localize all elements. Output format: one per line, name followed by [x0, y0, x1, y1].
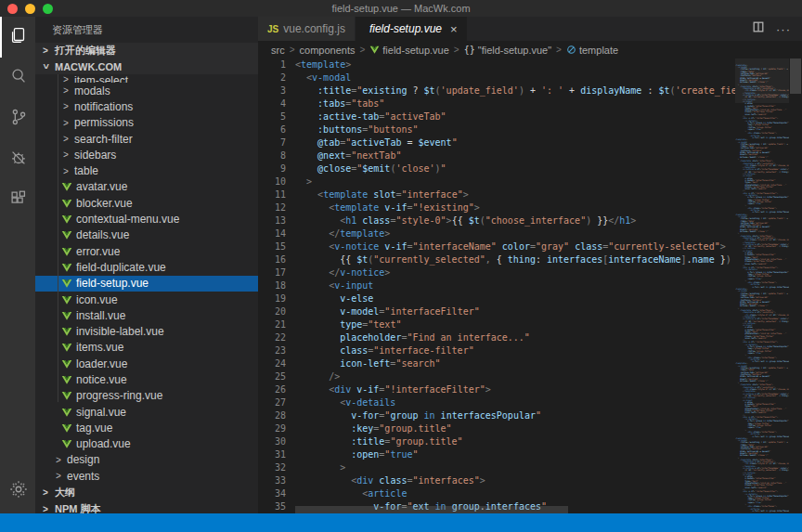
files-icon — [8, 25, 29, 49]
tab-vue.config.js[interactable]: JSvue.config.js — [258, 17, 356, 41]
tree-folder-notifications[interactable]: >notifications — [35, 98, 258, 114]
code-editor[interactable]: 1234567891011121314151617181920212223242… — [258, 58, 735, 513]
tree-file-progress-ring.vue[interactable]: progress-ring.vue — [35, 388, 258, 404]
vue-icon — [61, 342, 72, 353]
tree-folder-sidebars[interactable]: >sidebars — [35, 147, 258, 162]
horizontal-scrollbar-thumb[interactable] — [295, 506, 568, 513]
tree-file-tag.vue[interactable]: tag.vue — [35, 420, 258, 435]
tree-file-field-setup.vue[interactable]: field-setup.vue — [35, 276, 258, 292]
tree-file-field-duplicate.vue[interactable]: field-duplicate.vue — [35, 259, 258, 275]
tree-item-label: design — [67, 453, 99, 466]
tree-item-label: events — [67, 470, 99, 483]
tree-folder-item-select[interactable]: >item-select — [35, 74, 258, 83]
open-editors-section[interactable]: > 打开的编辑器 — [35, 43, 258, 58]
chevron-right-icon: > — [61, 134, 71, 144]
code-line-32: > — [295, 461, 735, 474]
tree-item-label: avatar.vue — [76, 180, 127, 193]
activity-extensions-icon[interactable] — [0, 180, 35, 221]
tree-item-label: blocker.vue — [76, 197, 133, 210]
vue-icon — [61, 407, 72, 418]
vue-icon — [369, 45, 380, 55]
chevron-right-icon: > — [39, 487, 52, 498]
vertical-scrollbar[interactable] — [789, 58, 802, 513]
code-line-21: type="text" — [295, 318, 735, 331]
section-大纲[interactable]: >大纲 — [35, 484, 258, 500]
activity-files-icon[interactable] — [0, 17, 35, 58]
code-line-31: :open="true" — [295, 448, 735, 461]
breadcrumb-label: src — [271, 45, 285, 56]
js-icon: JS — [267, 24, 278, 34]
code-line-14: </template> — [295, 227, 735, 240]
project-root-section[interactable]: > MACWK.COM — [35, 58, 258, 74]
editor-body: 1234567891011121314151617181920212223242… — [258, 58, 802, 513]
tree-item-label: item-select — [74, 74, 128, 83]
tree-folder-permissions[interactable]: >permissions — [35, 115, 258, 131]
chevron-right-icon: > — [54, 471, 63, 481]
code-line-22: placeholder="Find an interface..." — [295, 331, 735, 344]
split-editor-icon[interactable] — [752, 20, 765, 37]
tree-item-label: items.vue — [76, 341, 123, 354]
code-line-33: <div class="interfaces"> — [295, 474, 735, 487]
tree-file-items.vue[interactable]: items.vue — [35, 340, 258, 356]
tree-file-contextual-menu.vue[interactable]: contextual-menu.vue — [35, 211, 258, 227]
code-line-17: </v-notice> — [295, 266, 735, 279]
section-NPM 脚本[interactable]: >NPM 脚本 — [35, 500, 258, 513]
tree-file-install.vue[interactable]: install.vue — [35, 307, 258, 323]
tree-folder-search-filter[interactable]: >search-filter — [35, 131, 258, 147]
code-line-7: @tab="activeTab = $event" — [295, 136, 735, 149]
code-line-12: <template v-if="!existing"> — [295, 201, 735, 214]
tree-file-icon.vue[interactable]: icon.vue — [35, 292, 258, 307]
tree-file-blocker.vue[interactable]: blocker.vue — [35, 195, 258, 211]
tab-field-setup.vue[interactable]: field-setup.vue× — [356, 17, 468, 41]
breadcrumb-item-5[interactable]: template — [566, 45, 618, 56]
vertical-scrollbar-thumb[interactable] — [790, 58, 801, 94]
activity-debug-icon[interactable] — [0, 139, 35, 180]
tree-folder-events[interactable]: >events — [35, 468, 258, 484]
tree-folder-modals[interactable]: >modals — [35, 83, 258, 98]
ellipsis-icon[interactable]: ··· — [776, 22, 791, 36]
breadcrumb-item-4[interactable]: {}"field-setup.vue" — [464, 45, 551, 56]
tree-file-error.vue[interactable]: error.vue — [35, 243, 258, 259]
code-line-9: @close="$emit('close')" — [295, 162, 735, 175]
tree-item-label: loader.vue — [76, 357, 127, 370]
chevron-right-icon: > — [61, 74, 71, 83]
tree-item-label: tag.vue — [76, 422, 112, 435]
tree-file-loader.vue[interactable]: loader.vue — [35, 356, 258, 371]
horizontal-scrollbar[interactable] — [295, 506, 735, 513]
vue-icon — [61, 214, 72, 225]
tree-file-upload.vue[interactable]: upload.vue — [35, 436, 258, 452]
tree-folder-table[interactable]: >table — [35, 162, 258, 178]
debug-icon — [8, 148, 29, 172]
vue-icon — [61, 278, 72, 289]
tree-file-avatar.vue[interactable]: avatar.vue — [35, 179, 258, 195]
chevron-down-icon: > — [41, 60, 51, 73]
code-line-28: v-for="group in interfacesPopular" — [295, 409, 735, 422]
tree-item-label: search-filter — [74, 133, 133, 146]
code-line-18: <v-input — [295, 279, 735, 292]
minimap[interactable]: <template> <v-modal :title="existing ? $… — [735, 58, 789, 513]
tree-item-label: progress-ring.vue — [76, 389, 162, 402]
vue-icon — [61, 181, 72, 192]
tree-file-details.vue[interactable]: details.vue — [35, 227, 258, 243]
activity-source-control-icon[interactable] — [0, 98, 35, 139]
activity-search-icon[interactable] — [0, 58, 35, 98]
breadcrumb-item-2[interactable]: components — [300, 45, 356, 56]
breadcrumb-item-3[interactable]: field-setup.vue — [369, 45, 449, 56]
breadcrumb-item-1[interactable]: src — [271, 45, 285, 56]
tree-item-label: contextual-menu.vue — [76, 213, 179, 226]
close-tab-icon[interactable]: × — [450, 22, 458, 36]
gear-icon — [8, 479, 29, 503]
tree-file-notice.vue[interactable]: notice.vue — [35, 371, 258, 387]
chevron-right-icon: > — [61, 101, 71, 111]
manage-gear-icon[interactable] — [0, 471, 35, 512]
tree-item-label: details.vue — [76, 228, 129, 241]
tree-folder-design[interactable]: >design — [35, 452, 258, 468]
code-line-2: <v-modal — [295, 71, 735, 84]
tree-file-signal.vue[interactable]: signal.vue — [35, 404, 258, 420]
open-editors-label: 打开的编辑器 — [55, 44, 116, 58]
chevron-right-icon: > — [61, 118, 71, 128]
code-line-10: > — [295, 175, 735, 188]
vue-icon — [61, 310, 72, 321]
tree-file-invisible-label.vue[interactable]: invisible-label.vue — [35, 323, 258, 339]
tree-item-label: field-setup.vue — [76, 277, 149, 290]
